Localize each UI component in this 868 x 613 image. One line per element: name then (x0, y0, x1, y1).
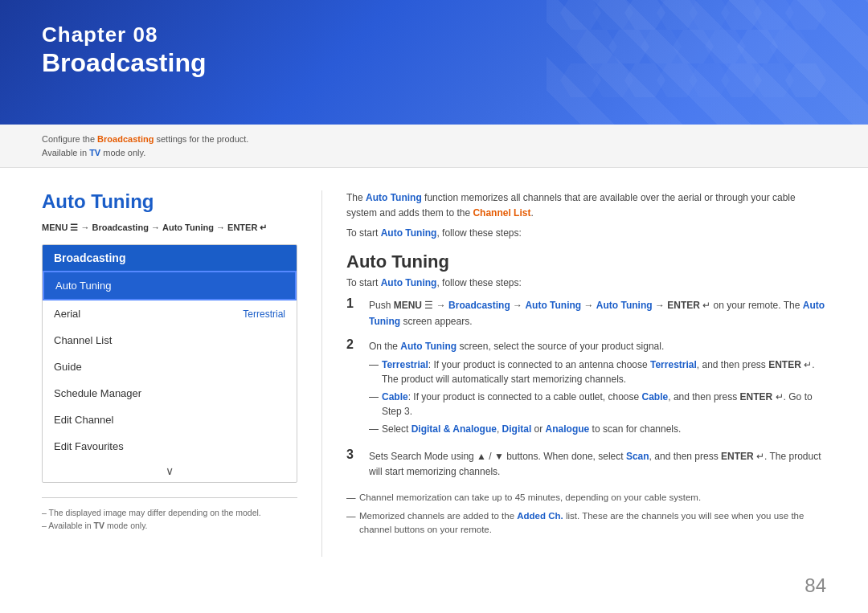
sub-section-title: Auto Tuning (346, 251, 826, 272)
menu-path: MENU ☰ → Broadcasting → Auto Tuning → EN… (42, 223, 297, 233)
digital-ref: Digital (502, 423, 532, 435)
menu-item-label: Channel List (54, 334, 112, 346)
sub-item-cable: — Cable: If your product is connected to… (369, 390, 826, 419)
auto-tuning-ref1: Auto Tuning (366, 192, 422, 203)
cable-ref2: Cable (642, 391, 669, 403)
subtitle-line2: Available in TV mode only. (42, 148, 145, 157)
menu-item-label: Edit Favourites (54, 440, 124, 452)
enter-ref1: ENTER (768, 359, 801, 370)
step-2: 2 On the Auto Tuning screen, select the … (346, 339, 826, 439)
terrestrial-ref2: Terrestrial (650, 359, 697, 370)
step-2-content: On the Auto Tuning screen, select the so… (369, 339, 826, 439)
menu-path-text: MENU ☰ → Broadcasting → Auto Tuning → EN… (42, 223, 267, 232)
section-title: Auto Tuning (42, 190, 297, 213)
cable-ref1: Cable (382, 391, 408, 403)
menu-item-label: Schedule Manager (54, 387, 141, 399)
channel-list-ref: Channel List (473, 207, 530, 219)
svg-marker-22 (785, 63, 826, 97)
to-start-text2: To start Auto Tuning, follow these steps… (346, 277, 826, 288)
right-column: The Auto Tuning function memorizes all c… (322, 168, 868, 557)
chevron-down[interactable]: ∨ (43, 460, 297, 482)
left-column: Auto Tuning MENU ☰ → Broadcasting → Auto… (0, 168, 321, 557)
analogue-ref: Analogue (546, 423, 590, 435)
menu-keyword: MENU (394, 300, 422, 311)
footer-note-2: — Memorized channels are added to the Ad… (346, 509, 826, 537)
intro-to-start: To start Auto Tuning, follow these steps… (346, 227, 826, 239)
subtitle-bar: Configure the Broadcasting settings for … (0, 125, 868, 168)
menu-item-channel-list[interactable]: Channel List (43, 327, 297, 353)
tv-highlight: TV (89, 148, 100, 157)
menu-item-aerial[interactable]: Aerial Terrestrial (43, 300, 297, 327)
menu-panel: Broadcasting Auto Tuning Aerial Terrestr… (42, 244, 297, 483)
auto-tuning-ref2: Auto Tuning (381, 227, 437, 239)
menu-item-right: Terrestrial (243, 309, 285, 320)
enter-keyword: ENTER (667, 300, 700, 311)
sub-item-digital: — Select Digital & Analogue, Digital or … (369, 422, 826, 436)
sub-item-terrestrial: — Terrestrial: If your product is connec… (369, 358, 826, 386)
enter-ref3: ENTER (721, 451, 754, 462)
footer-note-1: — Channel memorization can take up to 45… (346, 491, 826, 505)
intro-paragraph: The Auto Tuning function memorizes all c… (346, 190, 826, 221)
hex-decoration (547, 0, 828, 125)
menu-item-auto-tuning[interactable]: Auto Tuning (43, 271, 297, 300)
scan-ref: Scan (626, 451, 649, 462)
page-number: 84 (805, 574, 826, 597)
chapter-label: Chapter 08 (42, 22, 206, 47)
enter-ref2: ENTER (740, 391, 773, 403)
step-3-content: Sets Search Mode using ▲ / ▼ buttons. Wh… (369, 449, 826, 480)
menu-item-edit-channel[interactable]: Edit Channel (43, 407, 297, 433)
step-2-sublist: — Terrestrial: If your product is connec… (369, 358, 826, 436)
bottom-notes: – The displayed image may differ dependi… (42, 497, 297, 530)
step-num-3: 3 (346, 447, 364, 462)
subtitle-line1: Configure the Broadcasting settings for … (42, 134, 248, 144)
main-content: Auto Tuning MENU ☰ → Broadcasting → Auto… (0, 168, 868, 557)
terrestrial-ref1: Terrestrial (382, 359, 428, 370)
step-num-1: 1 (346, 296, 364, 311)
auto-tuning-link2: Auto Tuning (596, 300, 653, 311)
digital-analogue-ref: Digital & Analogue (411, 423, 497, 435)
broadcasting-link: Broadcasting (448, 300, 510, 311)
svg-marker-14 (769, 30, 810, 63)
step-1: 1 Push MENU ☰ → Broadcasting → Auto Tuni… (346, 298, 826, 329)
menu-item-schedule-manager[interactable]: Schedule Manager (43, 380, 297, 407)
note-tv-mode: – Available in TV mode only. (42, 521, 297, 530)
menu-item-edit-favourites[interactable]: Edit Favourites (43, 433, 297, 460)
step-1-content: Push MENU ☰ → Broadcasting → Auto Tuning… (369, 298, 826, 329)
header-text: Chapter 08 Broadcasting (42, 22, 206, 79)
header-banner: Chapter 08 Broadcasting (0, 0, 868, 125)
menu-item-label: Guide (54, 361, 82, 373)
chapter-title: Broadcasting (42, 47, 206, 78)
subtitle-text: Configure the Broadcasting settings for … (42, 133, 826, 159)
footer-notes: — Channel memorization can take up to 45… (346, 491, 826, 537)
step-3: 3 Sets Search Mode using ▲ / ▼ buttons. … (346, 449, 826, 480)
added-ch-ref: Added Ch. (517, 511, 563, 521)
auto-tuning-ref3: Auto Tuning (381, 277, 437, 288)
menu-panel-header: Broadcasting (43, 245, 297, 271)
step-num-2: 2 (346, 337, 364, 352)
auto-tuning-link1: Auto Tuning (525, 300, 581, 311)
menu-item-label: Edit Channel (54, 414, 113, 426)
broadcasting-highlight: Broadcasting (97, 134, 154, 144)
auto-tuning-ref5: Auto Tuning (400, 341, 457, 352)
note-model: – The displayed image may differ dependi… (42, 508, 297, 517)
menu-item-label: Aerial (54, 308, 80, 320)
svg-marker-7 (785, 0, 826, 30)
steps-list: 1 Push MENU ☰ → Broadcasting → Auto Tuni… (346, 298, 826, 480)
menu-item-label: Auto Tuning (55, 280, 111, 292)
menu-item-guide[interactable]: Guide (43, 353, 297, 380)
